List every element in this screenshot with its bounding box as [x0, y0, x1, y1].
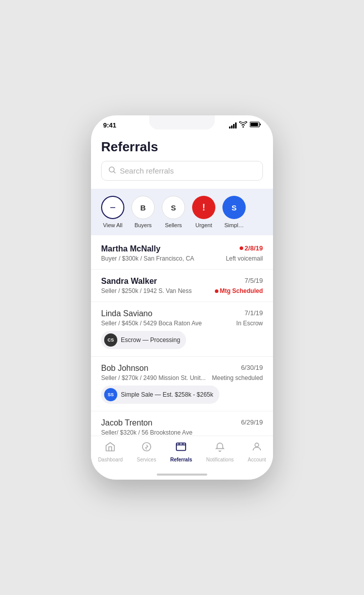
nav-item-dashboard[interactable]: Dashboard: [93, 440, 128, 463]
filter-avatar-buyers: B: [131, 196, 155, 219]
referral-item-linda[interactable]: Linda Saviano 7/1/19 Seller / $450k / 54…: [91, 302, 273, 357]
screen: Referrals Search referrals − View All: [91, 131, 273, 470]
referral-details: Seller / $450k / 5429 Boca Raton Ave: [101, 320, 202, 327]
nav-item-services[interactable]: Services: [132, 440, 161, 463]
nav-item-referrals[interactable]: Referrals: [165, 440, 197, 463]
tag-avatar-cs: CS: [104, 333, 117, 347]
referral-item-sandra[interactable]: Sandra Walker 7/5/19 Seller / $250k / 19…: [91, 270, 273, 302]
referral-date: 7/1/19: [245, 309, 263, 317]
svg-rect-1: [251, 123, 258, 126]
filter-avatar-sellers: S: [162, 196, 185, 219]
filter-avatar-simple: S: [222, 196, 246, 219]
referral-name: Linda Saviano: [101, 309, 152, 318]
filter-chip-simple[interactable]: S Simpl…: [222, 196, 246, 228]
referral-date-urgent: 2/8/19: [240, 244, 263, 252]
account-icon: [251, 441, 262, 455]
nav-label-dashboard: Dashboard: [98, 457, 123, 462]
phone-shell: 9:41: [91, 115, 273, 480]
status-bar: 9:41: [91, 115, 273, 131]
filter-label-simple: Simpl…: [224, 222, 244, 228]
battery-icon: [250, 121, 261, 129]
nav-label-account: Account: [248, 457, 266, 462]
referral-status: In Escrow: [236, 320, 263, 327]
nav-label-referrals: Referrals: [170, 457, 192, 462]
tag-text-escrow: Escrow — Processing: [121, 336, 180, 344]
home-bar: [157, 474, 207, 476]
referral-item-jacob[interactable]: Jacob Trenton 6/29/19 Seller/ $320k / 56…: [91, 411, 273, 436]
referral-details: Seller/ $320k / 56 Brookstone Ave: [101, 429, 193, 436]
bell-icon: [214, 441, 225, 455]
signal-bars-icon: [229, 122, 237, 129]
filter-label-urgent: Urgent: [195, 222, 212, 228]
svg-point-4: [142, 443, 151, 451]
status-time: 9:41: [103, 121, 116, 129]
filter-avatar-urgent: !: [192, 196, 215, 219]
filter-label-buyers: Buyers: [134, 222, 152, 228]
tag-text-ss: Simple Sale — Est. $258k - $265k: [121, 391, 213, 398]
referral-item-bob[interactable]: Bob Johnson 6/30/19 Seller / $270k / 249…: [91, 357, 273, 411]
svg-line-3: [114, 172, 115, 173]
referral-details: Seller / $250k / 1942 S. Van Ness: [101, 287, 192, 294]
filter-label-view-all: View All: [103, 222, 122, 228]
referral-date: 6/29/19: [241, 418, 263, 426]
referral-date: 6/30/19: [241, 364, 263, 371]
tag-pill-ss-bob: SS Simple Sale — Est. $258k - $265k: [101, 386, 219, 404]
page-title: Referrals: [91, 131, 273, 161]
status-icons: [229, 121, 261, 129]
nav-label-services: Services: [137, 457, 156, 462]
home-indicator: [91, 470, 273, 480]
referral-status: Meeting scheduled: [212, 374, 263, 381]
filter-chip-sellers[interactable]: S Sellers: [162, 196, 185, 228]
referrals-icon: [175, 441, 187, 455]
referral-name: Bob Johnson: [101, 364, 148, 373]
filter-chip-buyers[interactable]: B Buyers: [131, 196, 155, 228]
referral-status: Left voicemail: [226, 255, 263, 262]
content-scroll[interactable]: Referrals Search referrals − View All: [91, 131, 273, 436]
home-icon: [105, 441, 116, 455]
search-icon: [109, 166, 116, 175]
svg-point-6: [255, 443, 258, 447]
referral-status-mtg: Mtg Scheduled: [215, 287, 263, 294]
nav-item-account[interactable]: Account: [243, 440, 271, 463]
referral-details: Buyer / $300k / San Francisco, CA: [101, 255, 194, 262]
urgent-dot: [240, 246, 243, 250]
referral-item-martha[interactable]: Martha McNally 2/8/19 Buyer / $300k / Sa…: [91, 237, 273, 270]
referral-name: Martha McNally: [101, 244, 160, 253]
filter-chip-urgent[interactable]: ! Urgent: [192, 196, 215, 228]
referral-date: 7/5/19: [245, 277, 263, 284]
nav-label-notifications: Notifications: [206, 457, 234, 462]
wifi-icon: [239, 121, 247, 129]
filter-chip-view-all[interactable]: − View All: [101, 196, 124, 228]
referral-details: Seller / $270k / 2490 Mission St. Unit..…: [101, 374, 206, 381]
filter-avatar-view-all: −: [101, 196, 124, 219]
filter-label-sellers: Sellers: [165, 222, 182, 228]
svg-rect-5: [176, 443, 186, 451]
search-placeholder: Search referrals: [120, 166, 174, 175]
referral-name: Sandra Walker: [101, 277, 157, 286]
bottom-nav: Dashboard Services Refer: [91, 436, 273, 470]
mtg-dot: [215, 289, 218, 293]
filter-strip: − View All B Buyers S Sellers ! Urgent S: [91, 189, 273, 235]
referral-name: Jacob Trenton: [101, 418, 152, 428]
referral-date: 2/8/19: [245, 244, 263, 252]
tag-avatar-ss: SS: [104, 388, 117, 401]
nav-item-notifications[interactable]: Notifications: [201, 440, 239, 463]
tag-pill-escrow: CS Escrow — Processing: [101, 331, 186, 349]
search-bar[interactable]: Search referrals: [101, 161, 263, 181]
services-icon: [141, 441, 152, 455]
